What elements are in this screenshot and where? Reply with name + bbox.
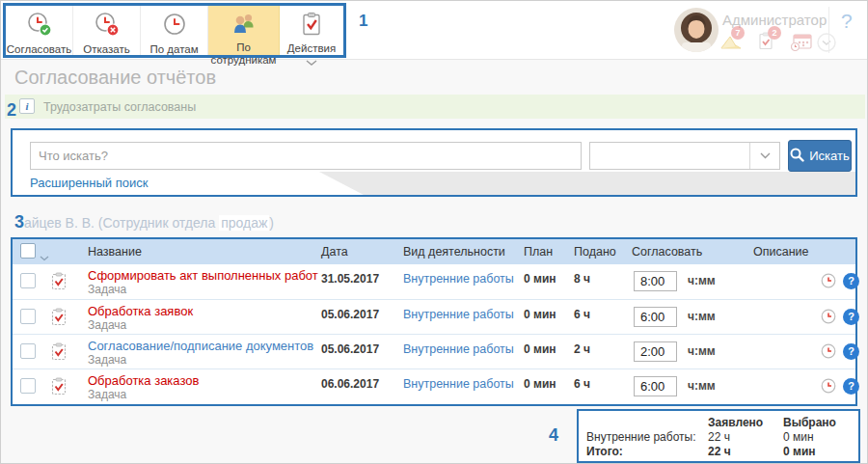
plan-value: 0 мин: [524, 377, 556, 391]
row-clock-icon[interactable]: [821, 273, 836, 292]
task-type: Задача: [88, 388, 126, 401]
search-input[interactable]: [30, 142, 582, 170]
notification-icons: 7 2: [720, 26, 836, 55]
col-approve: Согласовать: [632, 245, 702, 259]
app-window: Согласовать Отказать: [0, 0, 868, 464]
row-checkbox[interactable]: [20, 309, 36, 324]
submitted-value: 6 ч: [574, 377, 590, 391]
mail-badge: 7: [731, 26, 745, 40]
time-unit-label: ч:мм: [688, 379, 716, 393]
task-icon: [51, 272, 67, 294]
summary-total-selected: 0 мин: [783, 445, 816, 458]
search-icon: [790, 148, 804, 165]
clock-approve-icon: [26, 12, 53, 40]
table-header: Название Дата Вид деятельности План Пода…: [13, 239, 855, 264]
plan-value: 0 мин: [524, 272, 556, 286]
row-checkbox[interactable]: [20, 378, 36, 394]
annotation-3: 3: [14, 212, 24, 232]
people-icon: [231, 12, 258, 38]
reject-button-label: Отказать: [83, 43, 129, 56]
table-row: Обработка заявок Задача 05.06.2017 Внутр…: [13, 299, 855, 334]
table-row: Сформировать акт выполненных работ Задач…: [13, 264, 855, 299]
select-all-checkbox[interactable]: [20, 243, 36, 259]
clock-icon: [161, 12, 188, 40]
approve-time-input[interactable]: [634, 341, 677, 362]
task-date: 31.05.2017: [321, 272, 379, 286]
col-description: Описание: [753, 245, 809, 259]
col-activity: Вид деятельности: [403, 245, 505, 259]
row-help-icon[interactable]: ?: [843, 309, 859, 325]
summary-claimed-header: Заявлено: [708, 416, 763, 429]
search-button-label: Искать: [809, 149, 850, 163]
activity-link[interactable]: Внутренние работы: [403, 308, 514, 321]
time-unit-label: ч:мм: [688, 310, 716, 323]
row-checkbox[interactable]: [20, 343, 36, 359]
approve-time-input[interactable]: [634, 307, 677, 327]
row-help-icon[interactable]: ?: [843, 343, 859, 360]
approve-time-input[interactable]: [634, 271, 677, 291]
task-title-link[interactable]: Обработка заявок: [88, 304, 193, 318]
activity-link[interactable]: Внутренние работы: [403, 272, 514, 286]
actions-button-label: Действия: [287, 42, 336, 55]
employee-title-close: ): [269, 215, 274, 231]
approve-time-input[interactable]: [634, 376, 677, 396]
reject-button[interactable]: Отказать: [73, 6, 141, 55]
col-submitted: Подано: [574, 245, 616, 259]
row-clock-icon[interactable]: [821, 309, 836, 328]
plan-value: 0 мин: [524, 342, 556, 356]
task-title-link[interactable]: Согласование/подписание документов: [88, 339, 313, 353]
select-all-chevron-icon[interactable]: [40, 248, 49, 265]
row-help-icon[interactable]: ?: [843, 378, 859, 395]
select-chevron-icon: [749, 143, 779, 169]
calendar-clock-icon[interactable]: [791, 34, 812, 55]
advanced-search-tab-edge: [319, 172, 364, 195]
help-icon[interactable]: ?: [841, 10, 853, 33]
submitted-value: 6 ч: [574, 308, 590, 321]
task-title-link[interactable]: Обработка заказов: [88, 373, 199, 388]
task-date: 05.06.2017: [321, 342, 379, 356]
actions-button[interactable]: Действия: [280, 6, 343, 55]
employee-dept-highlight: продаж: [219, 215, 269, 231]
search-button[interactable]: Искать: [788, 140, 852, 172]
search-panel: Искать Расширенный поиск: [11, 128, 857, 197]
summary-row-label: Внутренние работы:: [586, 430, 696, 444]
annotation-4: 4: [549, 425, 558, 446]
row-help-icon[interactable]: ?: [843, 273, 859, 289]
summary-total-claimed: 22 ч: [708, 445, 731, 458]
task-date: 05.06.2017: [321, 308, 379, 321]
by-employees-button[interactable]: По сотрудникам: [208, 6, 280, 55]
avatar[interactable]: [674, 8, 719, 52]
summary-box: Заявлено Выбрано Внутренние работы: 22 ч…: [577, 409, 860, 463]
approve-button[interactable]: Согласовать: [6, 6, 73, 55]
task-icon: [51, 377, 67, 399]
by-dates-button-label: По датам: [149, 43, 198, 56]
task-icon: [51, 308, 67, 330]
task-title-link[interactable]: Сформировать акт выполненных работ: [88, 268, 318, 283]
row-checkbox[interactable]: [20, 273, 36, 288]
task-type: Задача: [88, 318, 126, 332]
activity-link[interactable]: Внутренние работы: [403, 342, 514, 356]
chevron-down-icon: [306, 56, 317, 68]
table-row: Согласование/подписание документов Задач…: [13, 334, 855, 368]
task-icon: [51, 342, 67, 365]
task-type: Задача: [88, 353, 126, 367]
row-clock-icon[interactable]: [821, 378, 836, 397]
row-clock-icon[interactable]: [821, 343, 836, 363]
summary-selected-header: Выбрано: [783, 416, 836, 429]
account-chevron-icon[interactable]: [817, 33, 836, 56]
by-dates-button[interactable]: По датам: [141, 6, 208, 55]
plan-value: 0 мин: [524, 308, 556, 321]
notice-bar: i Трудозатраты согласованы: [5, 95, 865, 119]
advanced-search-link[interactable]: Расширенный поиск: [30, 176, 148, 190]
table-row: Обработка заказов Задача 06.06.2017 Внут…: [13, 368, 855, 403]
clipboard-check-icon: [300, 12, 323, 39]
info-icon: i: [19, 98, 35, 114]
search-category-select[interactable]: [589, 142, 780, 170]
annotation-2: 2: [7, 100, 16, 121]
activity-link[interactable]: Внутренние работы: [403, 377, 514, 391]
page-title: Согласование отчётов: [14, 67, 216, 89]
annotation-1: 1: [359, 12, 367, 31]
by-employees-button-label: По сотрудникам: [208, 41, 279, 67]
submitted-value: 2 ч: [574, 342, 590, 356]
task-type: Задача: [88, 283, 126, 296]
